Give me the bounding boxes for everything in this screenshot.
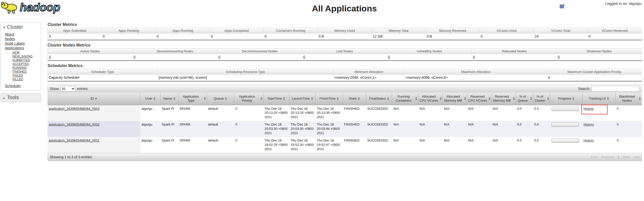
col-decommissioning-nodes: Decommissioning Nodes xyxy=(132,49,217,54)
header-state[interactable]: State xyxy=(343,92,366,105)
chevron-down-icon: ▾ xyxy=(3,26,5,29)
sidebar-item-scheduler[interactable]: Scheduler xyxy=(5,84,21,88)
apps-submitted-value: 3 xyxy=(48,34,102,40)
application-id-link[interactable]: application_1639655468064_0001 xyxy=(49,138,100,142)
header-progress[interactable]: Progress xyxy=(550,92,582,105)
hadoop-wordmark: hadoop xyxy=(19,1,67,15)
pagination-page-1[interactable]: 1 xyxy=(617,155,619,159)
tools-nav-header[interactable]: ▸Tools xyxy=(1,94,41,102)
header-allocated-memory-mb[interactable]: Allocated Memory MB xyxy=(443,92,467,105)
cell-name: Spark Pi xyxy=(160,121,178,137)
sidebar-item-state-accepted[interactable]: ACCEPTED xyxy=(12,62,29,66)
cluster-nodes-metrics-table: Active Nodes Decommissioning Nodes Decom… xyxy=(48,48,642,61)
header-reserved-memory-mb[interactable]: Reserved Memory MB xyxy=(491,92,516,105)
col-rebooted-nodes: Rebooted Nodes xyxy=(472,49,557,54)
sidebar-item-node-labels[interactable]: Node Labels xyxy=(5,41,25,45)
sidebar-item-state-submitted[interactable]: SUBMITTED xyxy=(12,58,30,62)
logged-in-as: Logged in as: atguigu xyxy=(605,1,641,6)
col-minimum-allocation: Minimum Allocation xyxy=(333,69,405,75)
header-name[interactable]: Name xyxy=(160,92,178,105)
pagination-previous[interactable]: Previous xyxy=(601,155,614,159)
header-reserved-cpu-vcores[interactable]: Reserved CPU VCores xyxy=(467,92,492,105)
cell-allocated-memory-mb: N/A xyxy=(443,121,467,137)
header-tracking-ui[interactable]: Tracking UI xyxy=(582,92,616,105)
page-header: hadoop All Applications Logged in as: at… xyxy=(0,0,644,15)
history-link[interactable]: History xyxy=(584,138,594,142)
cell-finalstatus: SUCCEEDED xyxy=(366,121,392,137)
history-link[interactable]: History xyxy=(584,122,594,126)
header-user[interactable]: User xyxy=(140,92,160,105)
header-launchtime[interactable]: LaunchTime xyxy=(289,92,316,105)
sidebar-item-state-failed[interactable]: FAILED xyxy=(12,74,23,77)
header-application-type[interactable]: Application Type xyxy=(178,92,207,105)
pagination-first[interactable]: First xyxy=(591,155,597,159)
header-id[interactable]: ID xyxy=(48,92,140,105)
sort-icon xyxy=(572,97,574,100)
cell-allocated-cpu-vcores: N/A xyxy=(418,105,443,121)
pagination-last[interactable]: Last xyxy=(633,155,639,159)
cluster-nav-box: ▾Cluster About Nodes Node Labels Applica… xyxy=(1,22,41,91)
cell-name: Spark Pi xyxy=(160,137,178,153)
sidebar-item-state-finished[interactable]: FINISHED xyxy=(12,70,27,73)
col-scheduling-resource-type: Scheduling Resource Type xyxy=(158,69,333,75)
entries-select[interactable]: 20 xyxy=(60,86,75,91)
sidebar-item-state-new[interactable]: NEW xyxy=(12,51,20,54)
col-active-nodes: Active Nodes xyxy=(48,49,133,54)
entries-label: entries xyxy=(77,87,88,91)
cell-reserved-cpu-vcores: N/A xyxy=(467,105,492,121)
application-id-link[interactable]: application_1639655468064_0002 xyxy=(49,122,100,126)
scheduler-metrics-table: Scheduler Type Scheduling Resource Type … xyxy=(48,69,642,82)
sidebar-item-state-killed[interactable]: KILLED xyxy=(12,78,23,81)
sidebar-item-applications[interactable]: Applications xyxy=(5,46,24,50)
cell-priority: 0 xyxy=(234,121,263,137)
header-finishtime[interactable]: FinishTime xyxy=(315,92,343,105)
sort-icon xyxy=(464,97,466,100)
vcores-total-value: 24 xyxy=(534,34,588,40)
apps-running-value: 0 xyxy=(156,34,209,40)
cell-name: Spark Pi xyxy=(160,105,178,121)
max-cluster-app-priority-value: 0 xyxy=(547,75,642,81)
application-id-link[interactable]: application_1639655468064_0003 xyxy=(49,107,100,111)
cluster-nodes-metrics-heading: Cluster Nodes Metrics xyxy=(48,43,642,48)
sidebar-item-nodes[interactable]: Nodes xyxy=(5,37,15,41)
hadoop-logo: hadoop xyxy=(1,1,67,15)
pagination-next[interactable]: Next xyxy=(623,155,630,159)
active-nodes-link[interactable]: 3 xyxy=(49,55,51,59)
sidebar-item-state-new-saving[interactable]: NEW_SAVING xyxy=(12,55,33,58)
extension-badge-icon[interactable] xyxy=(560,5,564,8)
progress-bar xyxy=(551,122,579,127)
sort-icon xyxy=(415,97,417,100)
sort-icon xyxy=(639,97,641,100)
header-allocated-cpu-vcores[interactable]: Allocated CPU VCores xyxy=(418,92,443,105)
shutdown-nodes-link[interactable]: 0 xyxy=(558,55,560,59)
header-blacklisted-nodes[interactable]: Blacklisted Nodes xyxy=(616,92,642,105)
cell-starttime: Thu Dec 16 20:13:25 +0800 2021 xyxy=(263,105,289,121)
cell-starttime: Thu Dec 16 20:03:30 +0800 2021 xyxy=(263,121,289,137)
cell-running-containers: N/A xyxy=(392,105,418,121)
header-queue[interactable]: Queue xyxy=(207,92,234,105)
sort-icon xyxy=(204,97,206,100)
chevron-right-icon: ▸ xyxy=(3,96,5,100)
search-input[interactable] xyxy=(592,86,639,91)
decommissioning-nodes-link[interactable]: 0 xyxy=(133,55,135,59)
sidebar-item-state-running[interactable]: RUNNING xyxy=(12,66,27,70)
sidebar-item-about[interactable]: About xyxy=(5,32,14,36)
decommissioned-nodes-link[interactable]: 0 xyxy=(218,55,220,59)
header-pct-of-cluster[interactable]: % of Cluster xyxy=(533,92,550,105)
rebooted-nodes-link[interactable]: 0 xyxy=(473,55,475,59)
green-dot-icon xyxy=(563,4,564,6)
header-starttime[interactable]: StartTime xyxy=(263,92,289,105)
cell-finalstatus: SUCCEEDED xyxy=(366,105,392,121)
logo-text: hadoop xyxy=(20,1,60,13)
cell-state: FINISHED xyxy=(343,137,366,153)
header-finalstatus[interactable]: FinalStatus xyxy=(366,92,392,105)
unhealthy-nodes-link[interactable]: 0 xyxy=(388,55,390,59)
lost-nodes-link[interactable]: 0 xyxy=(303,55,305,59)
cluster-metrics-row: 3 0 0 3 0 0 B 12 GB 0 B 0 24 0 xyxy=(48,34,642,40)
header-running-containers[interactable]: Running Containers xyxy=(392,92,418,105)
header-application-priority[interactable]: Application Priority xyxy=(234,92,263,105)
header-pct-of-queue[interactable]: % of Queue xyxy=(516,92,533,105)
cell-queue: default xyxy=(207,137,234,153)
cluster-nav-header[interactable]: ▾Cluster xyxy=(1,23,41,32)
history-link[interactable]: History xyxy=(584,107,594,111)
